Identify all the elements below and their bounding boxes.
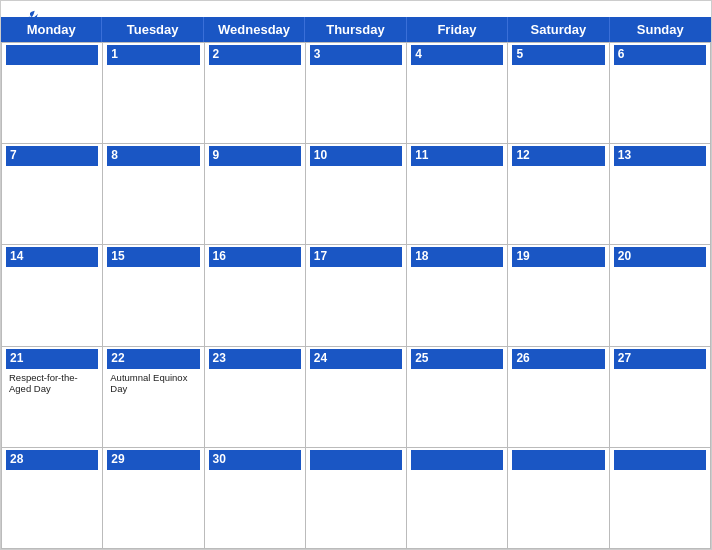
cell-content bbox=[614, 470, 706, 546]
cell-date-bar: 16 bbox=[209, 247, 301, 267]
cell-content bbox=[614, 65, 706, 141]
cell-date-bar: 12 bbox=[512, 146, 604, 166]
day-header-sunday: Sunday bbox=[610, 17, 711, 42]
cell-date-bar: 20 bbox=[614, 247, 706, 267]
calendar-cell: 18 bbox=[407, 245, 508, 346]
cell-content bbox=[310, 166, 402, 242]
calendar-cell: 12 bbox=[508, 144, 609, 245]
cell-content bbox=[6, 470, 98, 546]
cell-content bbox=[411, 166, 503, 242]
calendar-cell bbox=[2, 43, 103, 144]
cell-content bbox=[107, 267, 199, 343]
cell-content bbox=[107, 65, 199, 141]
cell-content: Autumnal Equinox Day bbox=[107, 369, 199, 445]
calendar-cell: 6 bbox=[610, 43, 711, 144]
calendar-cell: 3 bbox=[306, 43, 407, 144]
calendar-cell bbox=[306, 448, 407, 549]
calendar-cell: 28 bbox=[2, 448, 103, 549]
logo-bird-icon bbox=[19, 9, 41, 25]
cell-date-bar: 6 bbox=[614, 45, 706, 65]
cell-content bbox=[209, 65, 301, 141]
calendar-cell: 8 bbox=[103, 144, 204, 245]
cell-date-bar: 4 bbox=[411, 45, 503, 65]
calendar-cell: 11 bbox=[407, 144, 508, 245]
cell-content bbox=[209, 166, 301, 242]
calendar-cell: 1 bbox=[103, 43, 204, 144]
calendar: MondayTuesdayWednesdayThursdayFridaySatu… bbox=[0, 0, 712, 550]
day-header-tuesday: Tuesday bbox=[102, 17, 203, 42]
cell-content bbox=[512, 166, 604, 242]
cell-content bbox=[107, 470, 199, 546]
calendar-cell: 30 bbox=[205, 448, 306, 549]
cell-date-bar: 15 bbox=[107, 247, 199, 267]
cell-content bbox=[6, 65, 98, 141]
cell-date-bar: 26 bbox=[512, 349, 604, 369]
cell-date-bar: 17 bbox=[310, 247, 402, 267]
cell-content bbox=[411, 65, 503, 141]
cell-date-bar bbox=[614, 450, 706, 470]
calendar-cell bbox=[407, 448, 508, 549]
cell-content bbox=[512, 267, 604, 343]
calendar-header bbox=[1, 1, 711, 17]
calendar-cell: 25 bbox=[407, 347, 508, 448]
cell-content bbox=[411, 470, 503, 546]
cell-content bbox=[512, 369, 604, 445]
cell-date-bar: 9 bbox=[209, 146, 301, 166]
day-headers-row: MondayTuesdayWednesdayThursdayFridaySatu… bbox=[1, 17, 711, 42]
cell-content: Respect-for-the-Aged Day bbox=[6, 369, 98, 445]
cell-date-bar: 22 bbox=[107, 349, 199, 369]
calendar-cell: 2 bbox=[205, 43, 306, 144]
calendar-cell: 9 bbox=[205, 144, 306, 245]
calendar-cell: 21Respect-for-the-Aged Day bbox=[2, 347, 103, 448]
calendar-cell: 4 bbox=[407, 43, 508, 144]
calendar-cell: 13 bbox=[610, 144, 711, 245]
cell-date-bar: 8 bbox=[107, 146, 199, 166]
calendar-cell bbox=[610, 448, 711, 549]
cell-date-bar: 11 bbox=[411, 146, 503, 166]
cell-date-bar: 29 bbox=[107, 450, 199, 470]
cell-date-bar: 30 bbox=[209, 450, 301, 470]
logo bbox=[17, 9, 41, 25]
calendar-cell: 19 bbox=[508, 245, 609, 346]
cell-date-bar: 25 bbox=[411, 349, 503, 369]
calendar-cell: 7 bbox=[2, 144, 103, 245]
calendar-cell: 22Autumnal Equinox Day bbox=[103, 347, 204, 448]
calendar-cell bbox=[508, 448, 609, 549]
day-header-thursday: Thursday bbox=[305, 17, 406, 42]
cell-date-bar: 27 bbox=[614, 349, 706, 369]
cell-date-bar: 1 bbox=[107, 45, 199, 65]
cell-content bbox=[209, 267, 301, 343]
cell-date-bar: 14 bbox=[6, 247, 98, 267]
holiday-label: Autumnal Equinox Day bbox=[110, 372, 196, 396]
cell-date-bar bbox=[411, 450, 503, 470]
day-header-friday: Friday bbox=[407, 17, 508, 42]
cell-date-bar: 7 bbox=[6, 146, 98, 166]
cell-date-bar: 2 bbox=[209, 45, 301, 65]
calendar-cell: 14 bbox=[2, 245, 103, 346]
cell-content bbox=[209, 470, 301, 546]
cell-date-bar: 13 bbox=[614, 146, 706, 166]
cell-date-bar: 24 bbox=[310, 349, 402, 369]
cell-content bbox=[6, 267, 98, 343]
calendar-cell: 26 bbox=[508, 347, 609, 448]
cell-date-bar: 10 bbox=[310, 146, 402, 166]
calendar-cell: 24 bbox=[306, 347, 407, 448]
cell-content bbox=[411, 369, 503, 445]
calendar-cell: 10 bbox=[306, 144, 407, 245]
day-header-saturday: Saturday bbox=[508, 17, 609, 42]
cell-content bbox=[512, 65, 604, 141]
cell-date-bar: 23 bbox=[209, 349, 301, 369]
cell-date-bar bbox=[6, 45, 98, 65]
cell-content bbox=[411, 267, 503, 343]
calendar-cell: 16 bbox=[205, 245, 306, 346]
day-header-wednesday: Wednesday bbox=[204, 17, 305, 42]
cell-content bbox=[310, 65, 402, 141]
cell-content bbox=[310, 267, 402, 343]
cell-content bbox=[310, 470, 402, 546]
cell-date-bar bbox=[310, 450, 402, 470]
cell-content bbox=[209, 369, 301, 445]
cell-content bbox=[614, 267, 706, 343]
cell-date-bar: 18 bbox=[411, 247, 503, 267]
cell-date-bar: 3 bbox=[310, 45, 402, 65]
cell-date-bar bbox=[512, 450, 604, 470]
